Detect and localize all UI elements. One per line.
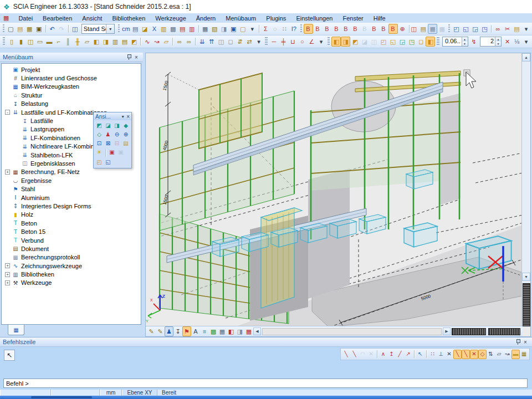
menu-aendern[interactable]: Ändern (191, 14, 221, 22)
toolbar-grip[interactable] (437, 37, 439, 46)
tree-expander-icon[interactable] (14, 161, 19, 166)
menu-plugins[interactable]: Plugins (261, 14, 291, 22)
calculation-icon[interactable]: Σ (261, 24, 270, 34)
view-side-icon[interactable]: ◨ (112, 121, 121, 130)
snap-segment-icon[interactable]: ╲ (350, 350, 359, 359)
clean-structure-icon[interactable]: ◻ (226, 37, 235, 47)
node-glasses-icon[interactable]: ∞ (184, 37, 193, 47)
member-info-icon[interactable]: I? (289, 24, 299, 34)
haunch-icon[interactable]: ◧ (91, 37, 101, 47)
clipboard-icon[interactable]: ▥ (159, 24, 168, 34)
tree-bibliotheken[interactable]: + ▥ Bibliotheken (2, 270, 141, 278)
command-input[interactable]: Befehl > (3, 378, 528, 388)
show-axes-icon[interactable]: A (191, 326, 200, 336)
menu-datei[interactable]: Datei (13, 14, 38, 22)
curve-icon[interactable]: ↝ (152, 37, 161, 47)
hscroll-thumb-dark-2[interactable] (488, 328, 520, 335)
toolbar-grip[interactable] (448, 24, 450, 33)
results-window-icon[interactable]: ◫ (409, 24, 418, 34)
toolbar-grip[interactable] (3, 24, 4, 33)
hscroll-thumb-dark[interactable] (452, 328, 486, 335)
snap-midpoint-icon[interactable]: ╲ (462, 350, 470, 359)
toolbar-grip[interactable] (3, 37, 5, 46)
connect-members-icon[interactable]: ⇊ (197, 37, 207, 47)
select-single-icon[interactable]: B (313, 24, 323, 34)
scroll-down-icon[interactable]: ▼ (522, 273, 530, 281)
tree-expander-icon[interactable] (5, 246, 10, 251)
activity-clipping-icon[interactable]: ◲ (397, 37, 407, 47)
tree-expander-icon[interactable] (5, 238, 10, 243)
column-icon[interactable]: ▯ (7, 37, 16, 47)
scroll-right-icon[interactable]: ▶ (443, 328, 451, 335)
select-all-icon[interactable]: B (341, 24, 351, 34)
select-by-curve-icon[interactable]: B (351, 24, 360, 34)
snap-arc-icon[interactable]: ◠ (359, 350, 367, 359)
spin-up-icon[interactable]: ▲ (462, 37, 468, 42)
model-viewport[interactable]: 1500 4000 1500 5000 (145, 53, 531, 337)
project-manager-icon[interactable]: ▦ (25, 24, 34, 34)
snap-nearest-icon[interactable]: ↗ (404, 350, 412, 359)
menu-fenster[interactable]: Fenster (337, 14, 368, 22)
view-front-icon[interactable]: ◪ (104, 121, 112, 130)
deselect-icon[interactable]: B (370, 24, 379, 34)
tree-expander-icon[interactable] (5, 212, 10, 217)
tree-expander-icon[interactable] (5, 178, 10, 183)
tree-expander-icon[interactable] (5, 187, 10, 192)
print-icon[interactable]: ▦ (201, 24, 210, 34)
bim-export-icon[interactable]: ▤ (418, 24, 428, 34)
tree-expander-icon[interactable] (14, 152, 19, 157)
snap-center-icon[interactable]: ◇ (478, 350, 487, 359)
tree-integriertes-design-forms[interactable]: ‡ Integriertes Design Forms (2, 202, 141, 210)
overflow-arrow-icon[interactable]: ▾ (248, 24, 257, 34)
tree-expander-icon[interactable] (5, 93, 10, 98)
close-icon[interactable]: × (132, 54, 140, 61)
select-zero-length-icon[interactable]: B (388, 24, 398, 34)
document-search-icon[interactable]: ◌ (270, 24, 280, 34)
select-by-property-icon[interactable]: B (332, 24, 341, 34)
dimension-line-icon[interactable]: ⊔ (288, 37, 298, 47)
tree-expander-icon[interactable] (5, 255, 10, 260)
status-units[interactable]: mm (100, 390, 122, 396)
document-view-icon[interactable]: ◨ (219, 24, 229, 34)
print-preview-icon[interactable]: ▧ (210, 24, 219, 34)
activity-workplane-icon[interactable]: ◱ (388, 37, 397, 47)
pin-icon[interactable] (514, 339, 521, 346)
snap-mode-icon[interactable]: ↯ (469, 37, 479, 47)
filter-a-icon[interactable]: ▦ (428, 24, 437, 34)
snap-node-icon[interactable]: ↥ (387, 350, 396, 359)
overflow-arrow-icon[interactable]: ▾ (521, 24, 531, 34)
select-previous-icon[interactable]: B (323, 24, 332, 34)
scale-ratio-icon[interactable]: ⅛ (512, 37, 521, 47)
tree-expander-icon[interactable] (5, 76, 10, 81)
viewport-vscrollbar[interactable]: ▲ ▼ (521, 53, 530, 327)
tree-expander-icon[interactable] (14, 127, 19, 132)
tree-expander-icon[interactable]: + (5, 170, 10, 175)
calculator-icon[interactable]: ▦ (520, 350, 528, 359)
cut-icon[interactable]: ✂ (503, 24, 512, 34)
activity-current-layer-icon[interactable]: ◧ (331, 37, 341, 47)
opening-icon[interactable]: ⌐ (54, 37, 63, 47)
table-composer-icon[interactable]: ▤ (178, 24, 187, 34)
wall-icon[interactable]: ▭ (35, 37, 44, 47)
tree-expander-icon[interactable] (5, 203, 10, 208)
tree-expander-icon[interactable] (5, 101, 10, 106)
catalog-block-icon[interactable]: ◩ (129, 37, 139, 47)
tree-dokument[interactable]: ▤ Dokument (2, 244, 141, 253)
view-top-icon[interactable]: ◩ (95, 121, 104, 130)
scroll-up-icon[interactable]: ▲ (522, 53, 530, 62)
select-lasso-icon[interactable]: B (360, 24, 370, 34)
open-project-icon[interactable]: ▤ (16, 24, 25, 34)
draw-style-icon[interactable]: ✎ (147, 326, 156, 336)
toolbar-grip[interactable] (265, 37, 267, 46)
show-dimensions-icon[interactable]: ≡ (200, 326, 209, 336)
tree-struktur[interactable]: ⌂ Struktur (2, 91, 141, 99)
pin-icon[interactable] (125, 54, 132, 61)
menu-einstellungen[interactable]: Einstellungen (291, 14, 337, 22)
tree-expander-icon[interactable] (14, 119, 19, 124)
tree-expander-icon[interactable] (5, 229, 10, 234)
zoom-window-icon[interactable]: ⊡ (95, 139, 104, 148)
tree-expander-icon[interactable]: + (5, 280, 10, 285)
tree-expander-icon[interactable]: + (5, 263, 10, 268)
view-glasses-icon[interactable]: ∞ (493, 24, 503, 34)
activity-off-icon[interactable]: ◻ (416, 37, 426, 47)
